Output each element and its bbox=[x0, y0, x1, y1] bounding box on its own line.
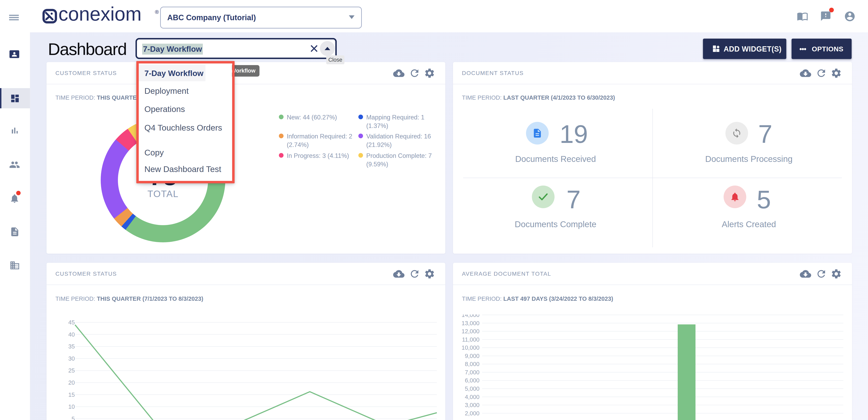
svg-text:20: 20 bbox=[68, 379, 75, 386]
svg-text:11,000: 11,000 bbox=[462, 336, 479, 343]
svg-text:2,000: 2,000 bbox=[465, 410, 479, 417]
svg-text:4,000: 4,000 bbox=[465, 394, 479, 400]
svg-text:35: 35 bbox=[68, 343, 75, 350]
svg-text:30: 30 bbox=[68, 355, 75, 362]
svg-text:8,000: 8,000 bbox=[465, 361, 479, 367]
svg-text:5: 5 bbox=[71, 416, 75, 420]
svg-text:5,000: 5,000 bbox=[465, 385, 479, 392]
svg-text:3,000: 3,000 bbox=[465, 402, 479, 408]
svg-text:40: 40 bbox=[68, 331, 75, 338]
svg-text:12,000: 12,000 bbox=[462, 328, 479, 334]
svg-text:10,000: 10,000 bbox=[462, 345, 479, 351]
svg-text:10: 10 bbox=[68, 403, 75, 410]
svg-text:9,000: 9,000 bbox=[465, 353, 479, 359]
svg-text:13,000: 13,000 bbox=[462, 320, 479, 326]
svg-text:45: 45 bbox=[68, 319, 75, 326]
svg-text:25: 25 bbox=[68, 367, 75, 374]
svg-text:15: 15 bbox=[68, 391, 75, 398]
svg-text:14,000: 14,000 bbox=[462, 315, 479, 318]
svg-text:7,000: 7,000 bbox=[465, 369, 479, 376]
svg-text:6,000: 6,000 bbox=[465, 377, 479, 384]
